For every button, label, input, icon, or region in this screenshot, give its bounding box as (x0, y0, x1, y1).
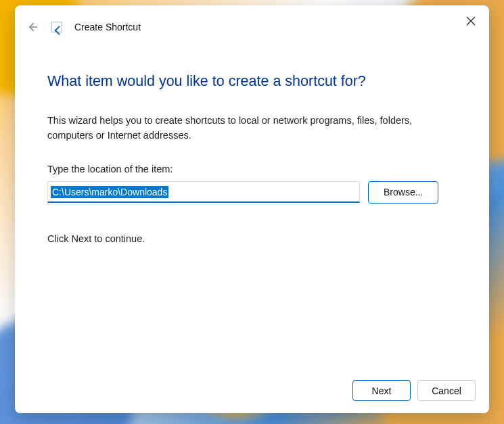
continue-text: Click Next to continue. (47, 233, 457, 244)
dialog-content: What item would you like to create a sho… (15, 41, 489, 372)
dialog-header: Create Shortcut (15, 5, 489, 41)
back-button[interactable] (23, 18, 42, 37)
page-heading: What item would you like to create a sho… (47, 73, 457, 90)
dialog-footer: Next Cancel (15, 372, 489, 413)
location-input[interactable]: C:\Users\marko\Downloads (47, 181, 360, 203)
shortcut-icon (51, 22, 62, 32)
create-shortcut-dialog: Create Shortcut What item would you like… (15, 5, 489, 413)
close-button[interactable] (461, 11, 481, 31)
browse-button[interactable]: Browse... (368, 181, 438, 204)
dialog-title: Create Shortcut (74, 22, 141, 32)
close-icon (466, 16, 476, 26)
cancel-button[interactable]: Cancel (417, 380, 476, 401)
location-row: C:\Users\marko\Downloads Browse... (47, 181, 457, 204)
next-button[interactable]: Next (352, 380, 411, 401)
arrow-left-icon (26, 21, 39, 33)
location-input-value: C:\Users\marko\Downloads (51, 186, 168, 198)
description-text: This wizard helps you to create shortcut… (47, 113, 457, 143)
location-label: Type the location of the item: (47, 164, 457, 174)
